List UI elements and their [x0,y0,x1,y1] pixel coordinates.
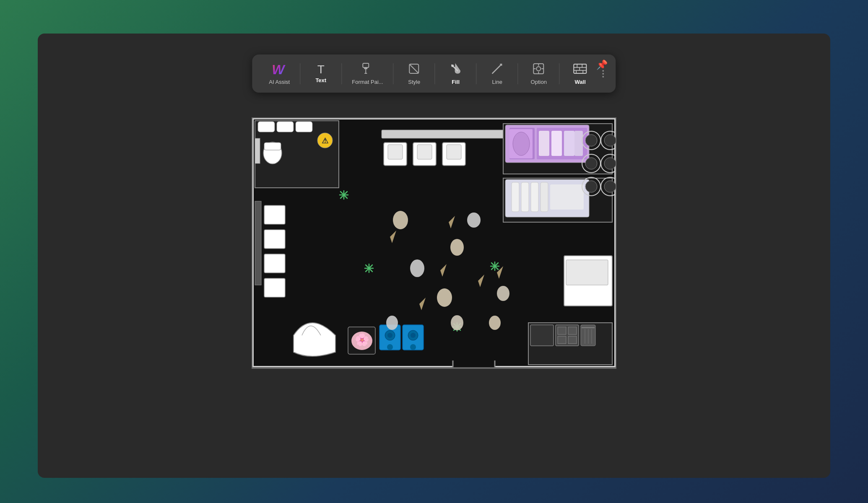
svg-rect-72 [521,182,529,212]
svg-line-5 [410,64,419,73]
svg-rect-74 [541,182,548,212]
svg-rect-0 [363,63,369,67]
svg-point-11 [537,67,541,71]
toolbar-item-wall[interactable]: Wall [561,59,599,88]
option-icon [533,62,545,77]
svg-point-122 [450,239,464,256]
toolbar-item-text[interactable]: T Text [302,60,340,87]
svg-point-103 [410,344,416,350]
svg-point-83 [604,158,616,169]
svg-point-102 [411,333,416,338]
divider-2 [341,63,342,84]
divider-6 [518,63,518,84]
svg-rect-52 [382,130,507,138]
svg-rect-67 [564,131,574,156]
svg-point-121 [393,211,408,229]
svg-point-79 [604,135,616,146]
svg-point-98 [387,333,392,338]
fill-label: Fill [452,79,460,85]
svg-point-127 [386,316,398,330]
svg-point-129 [489,316,501,330]
svg-rect-28 [258,122,275,132]
svg-text:🌸: 🌸 [355,333,369,347]
svg-rect-66 [551,131,562,156]
toolbar-item-line[interactable]: Line [478,59,516,88]
svg-point-87 [604,181,616,192]
svg-rect-113 [568,336,577,344]
svg-point-125 [467,213,481,228]
toolbar-item-ai-assist[interactable]: W AI Assist [260,59,298,88]
svg-point-6 [452,65,454,67]
svg-rect-73 [531,182,538,212]
svg-text:⚠: ⚠ [322,137,329,145]
svg-rect-111 [568,327,577,334]
svg-point-77 [585,135,597,146]
divider-1 [300,63,300,84]
toolbar: W AI Assist T Text Format Pai... [252,54,616,93]
style-label: Style [408,79,420,85]
svg-rect-30 [296,122,312,132]
svg-rect-33 [264,143,281,150]
floor-plan-svg: ⚠ [252,117,616,369]
svg-rect-1 [364,67,367,69]
floor-plan-canvas[interactable]: ⚠ [252,117,616,369]
svg-point-128 [451,315,463,330]
svg-rect-68 [574,131,583,156]
divider-4 [435,63,435,84]
svg-point-126 [497,286,509,301]
svg-rect-110 [558,327,566,334]
svg-point-123 [410,259,424,277]
svg-point-64 [513,132,530,156]
format-paint-label: Format Pai... [352,79,383,85]
svg-point-85 [585,181,597,192]
svg-point-99 [387,344,393,350]
svg-rect-54 [388,145,403,159]
ai-assist-icon: W [272,62,287,77]
svg-rect-92 [264,278,285,297]
toolbar-item-fill[interactable]: Fill [437,59,475,88]
divider-7 [559,63,560,84]
wall-icon [573,62,587,77]
svg-rect-58 [447,145,461,159]
line-icon [491,62,504,77]
option-label: Option [531,79,547,85]
svg-rect-16 [574,64,587,73]
divider-5 [476,63,477,84]
svg-rect-29 [277,122,294,132]
svg-line-7 [493,64,502,73]
wall-label: Wall [575,79,586,85]
toolbar-item-option[interactable]: Option [520,59,558,88]
svg-rect-115 [582,327,595,328]
svg-point-124 [437,288,452,307]
divider-3 [393,63,394,84]
text-icon: T [317,64,325,75]
toolbar-more-button[interactable] [599,70,608,78]
svg-rect-89 [264,205,285,224]
svg-rect-90 [264,230,285,249]
svg-rect-120 [566,260,608,285]
style-icon [408,62,421,77]
svg-rect-91 [264,254,285,273]
toolbar-item-style[interactable]: Style [395,59,433,88]
svg-rect-56 [417,145,432,159]
svg-rect-75 [550,184,584,210]
text-label: Text [315,77,326,83]
ai-assist-label: AI Assist [269,79,290,85]
toolbar-item-format-paint[interactable]: Format Pai... [343,59,391,88]
app-window: W AI Assist T Text Format Pai... [38,34,830,478]
pin-icon[interactable]: 📌 [596,60,608,70]
line-label: Line [492,79,502,85]
svg-rect-31 [255,138,260,163]
svg-rect-112 [558,336,566,344]
svg-rect-88 [255,201,261,285]
svg-rect-71 [512,182,519,212]
svg-rect-65 [539,131,549,156]
svg-rect-108 [530,325,554,346]
format-paint-icon [361,62,374,77]
fill-icon [450,62,462,77]
svg-point-81 [585,158,597,169]
